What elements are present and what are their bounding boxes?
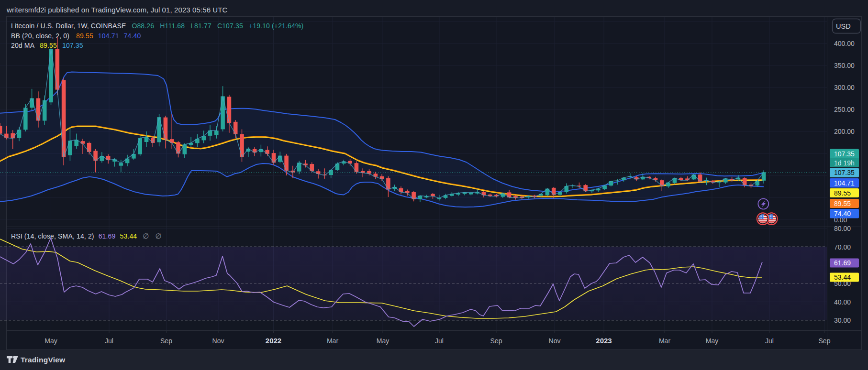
svg-text:May: May (706, 337, 718, 345)
svg-text:89.55: 89.55 (834, 189, 851, 197)
svg-text:Nov: Nov (549, 337, 561, 345)
svg-text:53.44: 53.44 (834, 273, 851, 281)
svg-text:20d MA89.55107.35: 20d MA89.55107.35 (11, 42, 83, 49)
svg-text:70.00: 70.00 (834, 243, 851, 251)
svg-text:Sep: Sep (490, 337, 502, 345)
svg-text:61.69: 61.69 (834, 259, 851, 267)
svg-text:Mar: Mar (659, 337, 670, 345)
svg-text:Mar: Mar (327, 337, 338, 345)
svg-text:1d 19h: 1d 19h (834, 159, 855, 167)
svg-text:89.55: 89.55 (834, 200, 851, 207)
svg-text:Jul: Jul (765, 337, 774, 345)
svg-text:400.00: 400.00 (834, 40, 855, 47)
svg-text:May: May (377, 337, 389, 345)
svg-text:200.00: 200.00 (834, 128, 855, 135)
svg-text:104.71: 104.71 (834, 179, 855, 187)
svg-text:Sep: Sep (819, 337, 831, 345)
svg-text:250.00: 250.00 (834, 106, 855, 113)
svg-text:Jul: Jul (435, 337, 444, 345)
svg-text:USD: USD (836, 22, 851, 30)
svg-text:Nov: Nov (212, 337, 224, 345)
svg-text:107.35: 107.35 (834, 150, 855, 158)
svg-text:TradingView: TradingView (21, 356, 66, 364)
svg-text:30.00: 30.00 (834, 316, 851, 324)
svg-text:350.00: 350.00 (834, 62, 855, 69)
svg-text:107.35: 107.35 (834, 169, 855, 176)
svg-text:40.00: 40.00 (834, 298, 851, 306)
svg-text:80.00: 80.00 (834, 225, 851, 232)
svg-text:2022: 2022 (266, 337, 281, 345)
svg-text:300.00: 300.00 (834, 84, 855, 91)
svg-text:May: May (45, 337, 57, 345)
svg-text:Sep: Sep (160, 337, 172, 345)
svg-text:Jul: Jul (105, 337, 113, 345)
svg-text:writersmfd2i published on Trad: writersmfd2i published on TradingView.co… (6, 6, 228, 14)
svg-text:74.40: 74.40 (834, 210, 851, 218)
svg-text:2023: 2023 (596, 337, 612, 345)
